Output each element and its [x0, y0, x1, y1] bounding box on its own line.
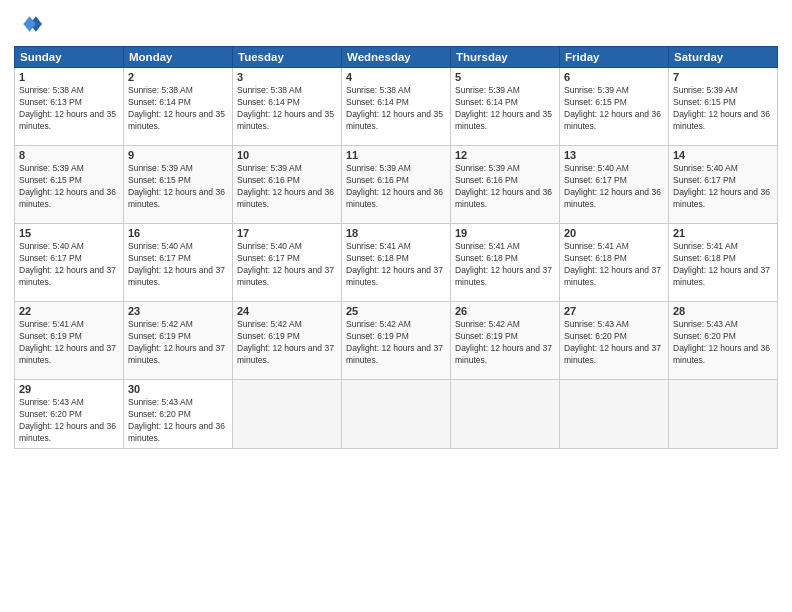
day-info: Sunrise: 5:39 AMSunset: 6:15 PMDaylight:…: [128, 163, 228, 211]
day-number: 6: [564, 71, 664, 83]
day-number: 27: [564, 305, 664, 317]
day-number: 22: [19, 305, 119, 317]
calendar-cell: [233, 380, 342, 449]
calendar-cell: 24Sunrise: 5:42 AMSunset: 6:19 PMDayligh…: [233, 302, 342, 380]
day-number: 20: [564, 227, 664, 239]
col-header-friday: Friday: [560, 47, 669, 68]
day-number: 18: [346, 227, 446, 239]
day-info: Sunrise: 5:41 AMSunset: 6:18 PMDaylight:…: [564, 241, 664, 289]
calendar-cell: 13Sunrise: 5:40 AMSunset: 6:17 PMDayligh…: [560, 146, 669, 224]
calendar-cell: 15Sunrise: 5:40 AMSunset: 6:17 PMDayligh…: [15, 224, 124, 302]
day-number: 21: [673, 227, 773, 239]
calendar-cell: 12Sunrise: 5:39 AMSunset: 6:16 PMDayligh…: [451, 146, 560, 224]
day-number: 10: [237, 149, 337, 161]
day-number: 17: [237, 227, 337, 239]
page: SundayMondayTuesdayWednesdayThursdayFrid…: [0, 0, 792, 612]
calendar-cell: 19Sunrise: 5:41 AMSunset: 6:18 PMDayligh…: [451, 224, 560, 302]
day-info: Sunrise: 5:43 AMSunset: 6:20 PMDaylight:…: [673, 319, 773, 367]
day-number: 16: [128, 227, 228, 239]
day-info: Sunrise: 5:40 AMSunset: 6:17 PMDaylight:…: [19, 241, 119, 289]
day-info: Sunrise: 5:38 AMSunset: 6:14 PMDaylight:…: [237, 85, 337, 133]
day-number: 26: [455, 305, 555, 317]
day-number: 15: [19, 227, 119, 239]
col-header-tuesday: Tuesday: [233, 47, 342, 68]
calendar-cell: 6Sunrise: 5:39 AMSunset: 6:15 PMDaylight…: [560, 68, 669, 146]
calendar-cell: 26Sunrise: 5:42 AMSunset: 6:19 PMDayligh…: [451, 302, 560, 380]
day-info: Sunrise: 5:40 AMSunset: 6:17 PMDaylight:…: [564, 163, 664, 211]
calendar-cell: 16Sunrise: 5:40 AMSunset: 6:17 PMDayligh…: [124, 224, 233, 302]
calendar-cell: 7Sunrise: 5:39 AMSunset: 6:15 PMDaylight…: [669, 68, 778, 146]
calendar-header-row: SundayMondayTuesdayWednesdayThursdayFrid…: [15, 47, 778, 68]
svg-marker-1: [23, 16, 35, 32]
calendar-cell: 30Sunrise: 5:43 AMSunset: 6:20 PMDayligh…: [124, 380, 233, 449]
calendar-cell: 20Sunrise: 5:41 AMSunset: 6:18 PMDayligh…: [560, 224, 669, 302]
header: [14, 10, 778, 38]
day-info: Sunrise: 5:39 AMSunset: 6:15 PMDaylight:…: [673, 85, 773, 133]
calendar-cell: 18Sunrise: 5:41 AMSunset: 6:18 PMDayligh…: [342, 224, 451, 302]
day-info: Sunrise: 5:40 AMSunset: 6:17 PMDaylight:…: [673, 163, 773, 211]
day-info: Sunrise: 5:39 AMSunset: 6:16 PMDaylight:…: [237, 163, 337, 211]
day-info: Sunrise: 5:42 AMSunset: 6:19 PMDaylight:…: [237, 319, 337, 367]
day-info: Sunrise: 5:43 AMSunset: 6:20 PMDaylight:…: [564, 319, 664, 367]
calendar-week-row: 22Sunrise: 5:41 AMSunset: 6:19 PMDayligh…: [15, 302, 778, 380]
day-info: Sunrise: 5:40 AMSunset: 6:17 PMDaylight:…: [128, 241, 228, 289]
day-number: 13: [564, 149, 664, 161]
col-header-wednesday: Wednesday: [342, 47, 451, 68]
day-number: 9: [128, 149, 228, 161]
calendar-week-row: 8Sunrise: 5:39 AMSunset: 6:15 PMDaylight…: [15, 146, 778, 224]
calendar-cell: 4Sunrise: 5:38 AMSunset: 6:14 PMDaylight…: [342, 68, 451, 146]
day-info: Sunrise: 5:43 AMSunset: 6:20 PMDaylight:…: [19, 397, 119, 445]
calendar-cell: 22Sunrise: 5:41 AMSunset: 6:19 PMDayligh…: [15, 302, 124, 380]
calendar-week-row: 29Sunrise: 5:43 AMSunset: 6:20 PMDayligh…: [15, 380, 778, 449]
calendar-cell: 10Sunrise: 5:39 AMSunset: 6:16 PMDayligh…: [233, 146, 342, 224]
day-number: 29: [19, 383, 119, 395]
calendar-cell: 28Sunrise: 5:43 AMSunset: 6:20 PMDayligh…: [669, 302, 778, 380]
calendar-cell: 14Sunrise: 5:40 AMSunset: 6:17 PMDayligh…: [669, 146, 778, 224]
calendar-table: SundayMondayTuesdayWednesdayThursdayFrid…: [14, 46, 778, 449]
col-header-monday: Monday: [124, 47, 233, 68]
day-number: 12: [455, 149, 555, 161]
calendar-cell: 8Sunrise: 5:39 AMSunset: 6:15 PMDaylight…: [15, 146, 124, 224]
calendar-cell: 23Sunrise: 5:42 AMSunset: 6:19 PMDayligh…: [124, 302, 233, 380]
day-info: Sunrise: 5:41 AMSunset: 6:19 PMDaylight:…: [19, 319, 119, 367]
calendar-cell: 17Sunrise: 5:40 AMSunset: 6:17 PMDayligh…: [233, 224, 342, 302]
day-info: Sunrise: 5:40 AMSunset: 6:17 PMDaylight:…: [237, 241, 337, 289]
day-number: 3: [237, 71, 337, 83]
day-number: 7: [673, 71, 773, 83]
day-number: 19: [455, 227, 555, 239]
logo-icon: [14, 10, 42, 38]
day-number: 28: [673, 305, 773, 317]
day-number: 14: [673, 149, 773, 161]
day-info: Sunrise: 5:41 AMSunset: 6:18 PMDaylight:…: [455, 241, 555, 289]
calendar-cell: [451, 380, 560, 449]
calendar-week-row: 1Sunrise: 5:38 AMSunset: 6:13 PMDaylight…: [15, 68, 778, 146]
calendar-cell: [560, 380, 669, 449]
calendar-cell: 1Sunrise: 5:38 AMSunset: 6:13 PMDaylight…: [15, 68, 124, 146]
calendar-cell: 2Sunrise: 5:38 AMSunset: 6:14 PMDaylight…: [124, 68, 233, 146]
day-info: Sunrise: 5:41 AMSunset: 6:18 PMDaylight:…: [673, 241, 773, 289]
calendar-cell: 27Sunrise: 5:43 AMSunset: 6:20 PMDayligh…: [560, 302, 669, 380]
col-header-saturday: Saturday: [669, 47, 778, 68]
calendar-cell: [669, 380, 778, 449]
day-info: Sunrise: 5:38 AMSunset: 6:13 PMDaylight:…: [19, 85, 119, 133]
calendar-cell: 3Sunrise: 5:38 AMSunset: 6:14 PMDaylight…: [233, 68, 342, 146]
logo: [14, 10, 46, 38]
day-info: Sunrise: 5:43 AMSunset: 6:20 PMDaylight:…: [128, 397, 228, 445]
calendar-cell: 5Sunrise: 5:39 AMSunset: 6:14 PMDaylight…: [451, 68, 560, 146]
col-header-sunday: Sunday: [15, 47, 124, 68]
day-number: 30: [128, 383, 228, 395]
day-info: Sunrise: 5:41 AMSunset: 6:18 PMDaylight:…: [346, 241, 446, 289]
day-info: Sunrise: 5:39 AMSunset: 6:15 PMDaylight:…: [19, 163, 119, 211]
day-info: Sunrise: 5:42 AMSunset: 6:19 PMDaylight:…: [455, 319, 555, 367]
day-info: Sunrise: 5:39 AMSunset: 6:16 PMDaylight:…: [455, 163, 555, 211]
day-info: Sunrise: 5:38 AMSunset: 6:14 PMDaylight:…: [128, 85, 228, 133]
day-number: 24: [237, 305, 337, 317]
day-number: 11: [346, 149, 446, 161]
day-number: 4: [346, 71, 446, 83]
calendar-week-row: 15Sunrise: 5:40 AMSunset: 6:17 PMDayligh…: [15, 224, 778, 302]
day-info: Sunrise: 5:39 AMSunset: 6:15 PMDaylight:…: [564, 85, 664, 133]
day-number: 2: [128, 71, 228, 83]
day-number: 8: [19, 149, 119, 161]
day-number: 25: [346, 305, 446, 317]
calendar-cell: [342, 380, 451, 449]
